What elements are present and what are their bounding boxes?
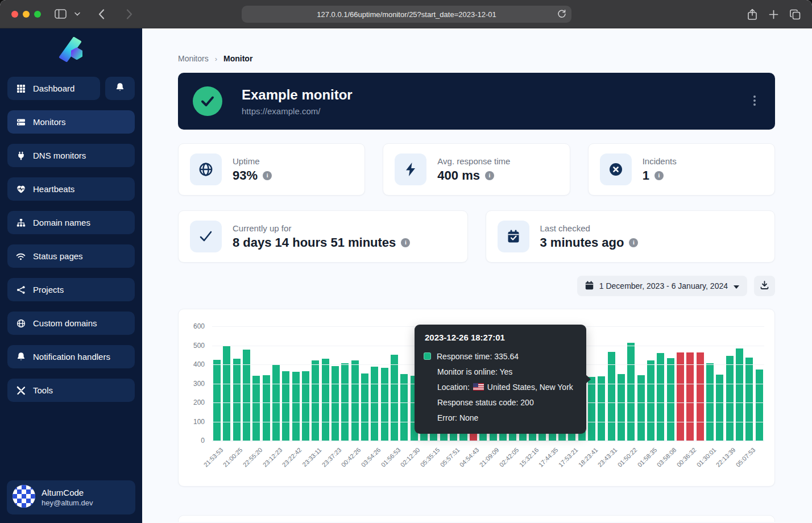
sitemap-icon: [16, 218, 26, 227]
detail-stats-row: Currently up for 8 days 14 hours 51 minu…: [178, 210, 775, 263]
sidebar-item-domain-names[interactable]: Domain names: [7, 211, 135, 234]
x-axis-tick-label: 22:55:20: [226, 446, 263, 483]
sidebar-item-notification-handlers[interactable]: Notification handlers: [7, 345, 135, 368]
chart-bar-up[interactable]: [223, 346, 230, 441]
chart-bar-up[interactable]: [391, 355, 398, 441]
sidebar-item-dashboard[interactable]: Dashboard: [7, 77, 100, 100]
info-icon[interactable]: i: [401, 238, 410, 247]
download-chart-button[interactable]: [754, 276, 775, 296]
account-name: AltumCode: [42, 488, 93, 497]
x-axis-tick-label: 23:43:31: [582, 446, 619, 483]
chart-bar-up[interactable]: [213, 360, 221, 441]
chart-bar-up[interactable]: [243, 350, 250, 441]
x-axis-tick-label: 05:07:53: [719, 446, 756, 483]
signal-icon: [16, 252, 26, 260]
sidebar-item-status-pages[interactable]: Status pages: [7, 244, 135, 268]
tab-overview-icon[interactable]: [790, 9, 801, 20]
sidebar-nav: Dashboard Monitors: [0, 65, 142, 402]
check-icon: [190, 221, 222, 252]
sidebar-item-tools[interactable]: Tools: [7, 379, 135, 402]
circle-xmark-icon: [600, 153, 632, 185]
stat-value: 3 minutes ago: [540, 235, 624, 250]
monitor-status-up-icon: [193, 86, 222, 116]
stat-value: 1: [643, 168, 649, 183]
chart-bar-up[interactable]: [598, 376, 605, 441]
chart-bar-up[interactable]: [726, 356, 734, 441]
y-axis-tick-label: 600: [179, 322, 205, 330]
sidebar-toggle-icon[interactable]: [55, 9, 67, 19]
chart-bar-up[interactable]: [756, 370, 763, 441]
chart-bar-up[interactable]: [588, 377, 595, 441]
back-button[interactable]: [98, 9, 105, 19]
date-range-picker[interactable]: 1 December, 2023 - 6 January, 2024: [577, 276, 747, 296]
forward-button[interactable]: [126, 9, 132, 19]
chart-bar-up[interactable]: [263, 375, 270, 441]
chart-bar-up[interactable]: [647, 360, 654, 441]
sidebar-item-monitors[interactable]: Monitors: [7, 110, 135, 134]
tooltip-arrow: [586, 375, 591, 384]
incidents-card: Incidents 1i: [588, 143, 775, 196]
x-axis-tick-label: 23:22:42: [266, 446, 303, 483]
chart-bar-up[interactable]: [657, 353, 664, 441]
info-icon[interactable]: i: [485, 171, 494, 180]
chart-bar-up[interactable]: [381, 368, 388, 441]
notifications-button[interactable]: [105, 77, 135, 100]
close-window-button[interactable]: [11, 11, 18, 18]
chart-bar-up[interactable]: [282, 371, 289, 441]
chart-bar-up[interactable]: [292, 372, 300, 441]
chart-gridline: [212, 441, 764, 441]
x-axis-tick-label: 01:30:01: [680, 446, 717, 483]
chart-bar-down[interactable]: [697, 352, 704, 441]
sidebar-item-custom-domains[interactable]: Custom domains: [7, 312, 135, 335]
y-axis-tick-label: 300: [179, 380, 205, 388]
reload-icon[interactable]: [557, 9, 566, 20]
new-tab-icon[interactable]: [769, 10, 778, 19]
chart-bar-up[interactable]: [233, 359, 241, 441]
chart-bar-up[interactable]: [371, 367, 378, 441]
chart-bar-up[interactable]: [322, 359, 329, 441]
us-flag-icon: [473, 383, 484, 391]
chart-bar-up[interactable]: [608, 352, 615, 441]
zoom-window-button[interactable]: [34, 11, 41, 18]
chart-bar-up[interactable]: [637, 375, 645, 441]
currently-up-for-card: Currently up for 8 days 14 hours 51 minu…: [178, 210, 468, 263]
chart-bar-up[interactable]: [332, 366, 339, 441]
x-axis-tick-label: 05:57:51: [424, 446, 461, 483]
chart-bar-up[interactable]: [716, 375, 723, 441]
tooltip-location-label: Location:: [437, 383, 470, 392]
share-icon[interactable]: [747, 9, 757, 20]
tooltip-status-code: Response status code: 200: [424, 395, 577, 410]
breadcrumb-monitors-link[interactable]: Monitors: [178, 54, 209, 63]
account-menu[interactable]: AltumCode hey@altum.dev: [7, 480, 135, 514]
chart-bar-up[interactable]: [252, 376, 260, 441]
chart-bar-up[interactable]: [302, 371, 309, 441]
chart-bar-up[interactable]: [351, 360, 359, 441]
sidebar-item-label: Projects: [33, 285, 64, 294]
address-bar[interactable]: 127.0.0.1/66uptime/monitor/25?start_date…: [242, 6, 571, 23]
sidebar-item-projects[interactable]: Projects: [7, 278, 135, 301]
stat-value: 8 days 14 hours 51 minutes: [233, 235, 396, 250]
x-axis-tick-label: 01:58:35: [621, 446, 658, 483]
chart-bar-up[interactable]: [627, 343, 635, 441]
x-axis-tick-label: 22:13:39: [700, 446, 737, 483]
sidebar-item-dns-monitors[interactable]: DNS monitors: [7, 144, 135, 167]
breadcrumb-current: Monitor: [223, 54, 252, 63]
sidebar-item-heartbeats[interactable]: Heartbeats: [7, 177, 135, 201]
info-icon[interactable]: i: [654, 171, 664, 180]
chart-bar-up[interactable]: [745, 358, 753, 441]
address-bar-url: 127.0.0.1/66uptime/monitor/25?start_date…: [317, 10, 496, 19]
info-icon[interactable]: i: [263, 171, 272, 180]
chart-bar-up[interactable]: [618, 374, 625, 441]
x-axis-tick-label: 17:53:21: [542, 446, 579, 483]
chart-bar-up[interactable]: [312, 360, 319, 441]
chart-bar-up[interactable]: [667, 358, 674, 441]
monitor-actions-kebab-icon[interactable]: [751, 93, 758, 108]
minimize-window-button[interactable]: [23, 11, 30, 18]
chart-bar-down[interactable]: [677, 352, 684, 441]
sidebar-chevron-down-icon[interactable]: [74, 12, 80, 16]
chart-bar-up[interactable]: [736, 348, 743, 441]
info-icon[interactable]: i: [629, 238, 638, 247]
server-icon: [16, 118, 26, 127]
chart-bar-down[interactable]: [686, 352, 694, 441]
x-axis-tick-label: 23:37:23: [305, 446, 342, 483]
